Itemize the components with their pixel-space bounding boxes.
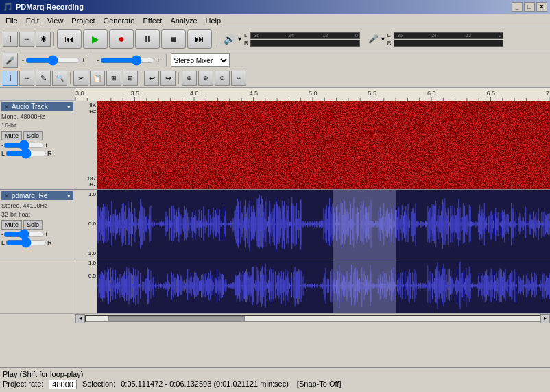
paste-tool-a[interactable]: ⊞: [106, 71, 121, 86]
audio-track-header: ✕ Audio Track ▾ Mono, 48000Hz 16-bit Mut…: [0, 101, 75, 189]
audio-y-axis: 8KHz 187Hz: [75, 101, 97, 189]
pause-button[interactable]: ⏸: [135, 29, 160, 49]
audio-solo-button[interactable]: Solo: [23, 131, 43, 140]
zoom-tool-edit[interactable]: 🔍: [52, 71, 67, 86]
undo-tool[interactable]: ↩: [144, 71, 159, 86]
ruler-canvas: [75, 88, 550, 101]
pdmarq-track-close[interactable]: ✕: [4, 193, 10, 199]
input-vol-max: +: [82, 57, 85, 64]
menu-edit[interactable]: Edit: [22, 15, 43, 26]
scroll-left-button[interactable]: ◂: [75, 314, 85, 323]
pdmarq-pan-R: R: [47, 239, 52, 246]
stop-button[interactable]: ■: [161, 29, 186, 49]
mic-tool[interactable]: 🎤: [3, 53, 18, 68]
draw-tool[interactable]: ✱: [36, 32, 51, 47]
pdmarq-track2-canvas-container[interactable]: [97, 258, 550, 313]
pdmarq2-y-mid: 0.5: [76, 273, 96, 279]
audio-track-row: ✕ Audio Track ▾ Mono, 48000Hz 16-bit Mut…: [0, 101, 550, 190]
audio-pan-slider[interactable]: [5, 150, 47, 157]
menubar: File Edit View Project Generate Effect A…: [0, 14, 550, 27]
pdmarq-track-dropdown[interactable]: ▾: [67, 193, 71, 199]
status-hint-row: Play (Shift for loop-play): [3, 369, 547, 379]
scrollbar-track[interactable]: [85, 315, 540, 322]
project-rate-value[interactable]: 48000: [49, 380, 77, 389]
copy-tool[interactable]: 📋: [90, 71, 105, 86]
audio-mute-button[interactable]: Mute: [1, 131, 22, 140]
pdmarq-track-header: ✕ pdmarq_Re ▾ Stereo, 44100Hz 32-bit flo…: [0, 190, 75, 258]
pdmarq-track-info: Stereo, 44100Hz 32-bit float: [1, 201, 73, 219]
redo-tool[interactable]: ↪: [160, 71, 176, 86]
menu-generate[interactable]: Generate: [99, 15, 139, 26]
audio-y-bottom: 187Hz: [76, 175, 96, 188]
record-dropdown[interactable]: ▼: [380, 36, 386, 42]
audio-track-name: Audio Track: [12, 103, 67, 110]
zoom-fit-tool[interactable]: ⊙: [215, 71, 230, 86]
scroll-right-button[interactable]: ▸: [540, 314, 550, 323]
pdmarq-pan-row: L R: [1, 239, 73, 246]
menu-effect[interactable]: Effect: [139, 15, 166, 26]
pdmarq2-y-axis: 1.0 0.5: [75, 258, 97, 313]
zoom-sel-tool[interactable]: ↔: [231, 71, 246, 86]
pdmarq-track-canvas-container[interactable]: [97, 190, 550, 258]
transport-row: I ↔ ✱ ⏮ ▶ ● ⏸ ■ ⏭ 🔊 ▼ L: [0, 27, 550, 51]
menu-view[interactable]: View: [43, 15, 68, 26]
output-vol-max: +: [156, 57, 160, 64]
project-rate-label: Project rate:: [3, 380, 43, 389]
zoom-out-tool[interactable]: ⊖: [198, 71, 213, 86]
envelope-tool[interactable]: ↔: [19, 71, 34, 86]
menu-analyze[interactable]: Analyze: [166, 15, 201, 26]
selection-tool[interactable]: I: [3, 71, 18, 86]
rec-R-label: R: [387, 40, 393, 46]
menu-project[interactable]: Project: [67, 15, 99, 26]
pdmarq-y-axis: 1.0 0.0 -1.0: [75, 190, 97, 258]
input-volume-slider[interactable]: [25, 56, 80, 64]
scrollbar-thumb[interactable]: [108, 316, 245, 321]
menu-help[interactable]: Help: [202, 15, 226, 26]
titlebar: 🎵 PDMarq Recording _ □ ✕: [0, 0, 550, 14]
pdmarq-mute-button[interactable]: Mute: [1, 220, 22, 230]
audio-track-format: Mono, 48000Hz: [1, 112, 73, 121]
pdmarq2-y-top: 1.0: [76, 260, 96, 266]
audio-track-close[interactable]: ✕: [4, 103, 10, 110]
minimize-button[interactable]: _: [512, 2, 523, 12]
play-button[interactable]: ▶: [83, 29, 108, 49]
maximize-button[interactable]: □: [524, 2, 535, 12]
select-tool[interactable]: ↔: [19, 32, 34, 47]
audio-track-info: Mono, 48000Hz 16-bit: [1, 112, 73, 130]
paste-tool-b[interactable]: ⊟: [123, 71, 138, 86]
window-controls: _ □ ✕: [512, 2, 547, 12]
output-volume-slider[interactable]: [100, 56, 155, 64]
separator4: [166, 54, 167, 66]
tracks-area: ✕ Audio Track ▾ Mono, 48000Hz 16-bit Mut…: [0, 101, 550, 313]
skip-back-button[interactable]: ⏮: [57, 29, 82, 49]
record-button[interactable]: ●: [109, 29, 134, 49]
snap-status: [Snap-To Off]: [297, 380, 342, 389]
selection-value: 0:05.111472 - 0:06.132593 (0:01.021121 m…: [121, 380, 289, 389]
sep7: [178, 72, 179, 84]
hscrollbar[interactable]: ◂ ▸: [0, 313, 550, 323]
status-hint: Play (Shift for loop-play): [3, 370, 83, 378]
record-icon: 🎤: [368, 34, 379, 44]
close-button[interactable]: ✕: [536, 2, 547, 12]
pdmarq-track2-header: [0, 258, 75, 313]
pdmarq-pan-slider[interactable]: [5, 239, 47, 246]
mixer-select[interactable]: Stereo Mixer Mono Mix Left Channel Right…: [171, 53, 230, 67]
input-vol-label: -: [22, 57, 24, 64]
zoom-in-tool[interactable]: ⊕: [182, 71, 197, 86]
cursor-tool[interactable]: I: [3, 32, 18, 47]
separator: [53, 32, 54, 46]
status-info-row: Project rate: 48000 Selection: 0:05.1114…: [3, 379, 547, 390]
audio-track-canvas-container[interactable]: [97, 101, 550, 189]
pdmarq-solo-button[interactable]: Solo: [23, 220, 43, 230]
timeline-ruler-row: [0, 88, 550, 101]
pdmarq-pan-L: L: [1, 239, 5, 246]
draw-pencil-tool[interactable]: ✎: [36, 71, 51, 86]
sep6: [141, 72, 141, 84]
cut-tool[interactable]: ✂: [73, 71, 88, 86]
playback-dropdown[interactable]: ▼: [237, 36, 243, 42]
skip-fwd-button[interactable]: ⏭: [187, 29, 212, 49]
audio-track-controls: Mute Solo: [1, 131, 73, 140]
audio-track-dropdown[interactable]: ▾: [67, 103, 71, 110]
menu-file[interactable]: File: [1, 15, 22, 26]
noise-canvas: [97, 101, 550, 189]
